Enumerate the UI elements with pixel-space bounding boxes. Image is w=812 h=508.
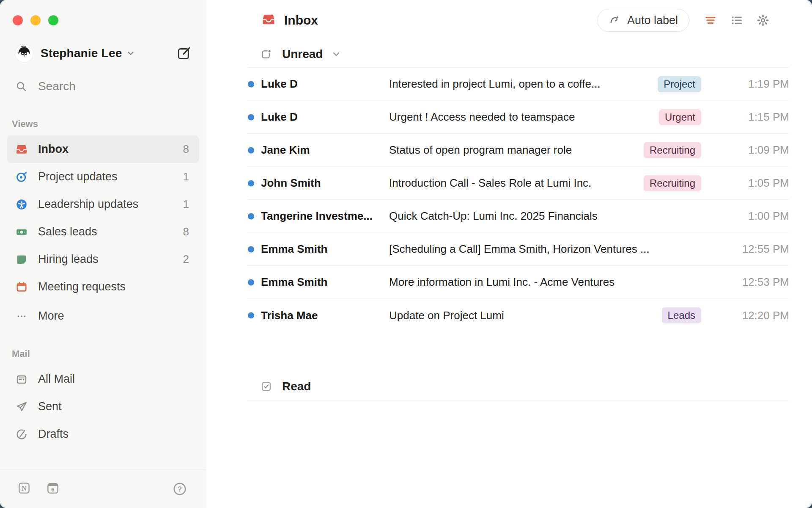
sidebar-item-count: 1: [183, 170, 189, 183]
sidebar-item-project-updates[interactable]: Project updates 1: [7, 163, 199, 190]
email-row[interactable]: Tangerine Investme... Quick Catch-Up: Lu…: [248, 200, 789, 233]
search-icon: [15, 80, 27, 92]
sidebar-item-label: Drafts: [38, 428, 69, 441]
compose-icon[interactable]: [176, 46, 192, 61]
auto-label-text: Auto label: [627, 14, 678, 27]
email-subject: Interested in project Lumi, open to a co…: [389, 77, 658, 91]
sidebar-item-count: 8: [183, 225, 189, 238]
email-sender: Trisha Mae: [261, 309, 389, 322]
search-label: Search: [38, 80, 76, 93]
unread-section-header[interactable]: Unread: [248, 41, 789, 68]
sidebar-item-meeting-requests[interactable]: Meeting requests: [7, 273, 199, 301]
email-row[interactable]: Luke D Interested in project Lumi, open …: [248, 68, 789, 101]
views-section-label: Views: [0, 119, 206, 130]
svg-text:N: N: [22, 484, 27, 492]
unread-dot: [248, 114, 254, 120]
email-time: 1:15 PM: [709, 110, 789, 124]
email-row[interactable]: John Smith Introduction Call - Sales Rol…: [248, 167, 789, 200]
minimize-button[interactable]: [30, 15, 41, 25]
email-label-badge[interactable]: Project: [658, 76, 701, 92]
email-sender: Tangerine Investme...: [261, 210, 389, 223]
list-view-icon[interactable]: [730, 14, 743, 27]
search-button[interactable]: Search: [0, 78, 206, 95]
banknote-icon: [15, 226, 28, 238]
email-row[interactable]: Luke D Urgent ! Access needed to teamspa…: [248, 101, 789, 134]
email-sender: Luke D: [261, 110, 389, 124]
email-row[interactable]: Emma Smith More information in Lumi Inc.…: [248, 266, 789, 299]
email-sender: Emma Smith: [261, 276, 389, 289]
email-sender: Emma Smith: [261, 243, 389, 256]
email-subject: Quick Catch-Up: Lumi Inc. 2025 Financial…: [389, 210, 709, 223]
sidebar-item-label: All Mail: [38, 373, 75, 386]
unread-section-label: Unread: [282, 47, 323, 61]
mail-nav: All Mail Sent: [0, 365, 206, 448]
sidebar-item-drafts[interactable]: Drafts: [7, 420, 199, 448]
send-icon: [15, 400, 28, 413]
email-sender: Jane Kim: [261, 144, 389, 157]
email-row[interactable]: Trisha Mae Update on Project Lumi Leads …: [248, 299, 789, 332]
unread-status-icon: [260, 48, 272, 60]
calendar-app-icon[interactable]: 6: [46, 481, 60, 497]
svg-text:?: ?: [178, 485, 182, 493]
sidebar-item-label: More: [38, 309, 64, 323]
email-subject: Introduction Call - Sales Role at Lumi I…: [389, 177, 644, 190]
target-icon: [15, 171, 28, 183]
email-subject: Urgent ! Access needed to teamspace: [389, 110, 659, 124]
unread-dot: [248, 279, 254, 285]
unread-dot: [248, 81, 254, 87]
email-label-badge[interactable]: Leads: [662, 307, 701, 323]
read-section-header[interactable]: Read: [248, 373, 789, 400]
chevron-down-icon: [331, 49, 341, 59]
sidebar-item-sent[interactable]: Sent: [7, 393, 199, 420]
email-sender: John Smith: [261, 177, 389, 190]
email-label-badge[interactable]: Recruiting: [644, 142, 701, 158]
app-window: Stephanie Lee Search Views: [0, 0, 812, 508]
sidebar-item-more[interactable]: More: [7, 302, 199, 330]
sidebar-item-label: Inbox: [38, 143, 69, 156]
sidebar-item-sales-leads[interactable]: Sales leads 8: [7, 218, 199, 246]
close-button[interactable]: [13, 15, 23, 25]
sidebar-item-leadership-updates[interactable]: Leadership updates 1: [7, 190, 199, 218]
email-row[interactable]: Emma Smith [Scheduling a Call] Emma Smit…: [248, 233, 789, 266]
mail-section-label: Mail: [0, 348, 206, 359]
notion-logo-icon[interactable]: N: [17, 481, 31, 497]
gear-icon[interactable]: [756, 14, 770, 27]
email-sender: Luke D: [261, 77, 389, 91]
note-icon: [15, 253, 28, 266]
page-title: Inbox: [284, 13, 318, 28]
auto-label-wand-icon: [609, 14, 621, 27]
unread-dot: [248, 180, 254, 186]
main-header: Inbox Auto label: [206, 0, 812, 41]
sidebar-item-inbox[interactable]: Inbox 8: [7, 135, 199, 163]
email-time: 1:00 PM: [709, 210, 789, 223]
account-switcher[interactable]: Stephanie Lee: [0, 43, 206, 64]
zoom-button[interactable]: [48, 15, 58, 25]
sidebar-item-count: 8: [183, 143, 189, 156]
sidebar-item-count: 2: [183, 253, 189, 266]
unread-dot: [248, 147, 254, 153]
avatar: [15, 44, 33, 62]
email-subject: Update on Project Lumi: [389, 309, 662, 322]
auto-label-button[interactable]: Auto label: [597, 9, 689, 32]
email-time: 1:19 PM: [709, 77, 789, 91]
email-subject: Status of open program manager role: [389, 144, 644, 157]
main-panel: Inbox Auto label: [206, 0, 812, 508]
sidebar-item-label: Sent: [38, 400, 62, 413]
sidebar-item-all-mail[interactable]: All Mail: [7, 365, 199, 393]
email-time: 12:20 PM: [709, 309, 789, 322]
email-label-badge[interactable]: Recruiting: [644, 175, 701, 191]
email-time: 12:53 PM: [709, 276, 789, 289]
email-time: 1:05 PM: [709, 177, 789, 190]
email-list: Luke D Interested in project Lumi, open …: [248, 68, 789, 332]
help-icon[interactable]: ?: [172, 481, 187, 497]
unread-dot: [248, 312, 254, 319]
sidebar-item-label: Meeting requests: [38, 280, 126, 293]
all-mail-icon: [15, 373, 28, 386]
filter-icon[interactable]: [704, 14, 717, 27]
email-label-badge[interactable]: Urgent: [659, 109, 701, 125]
sidebar-item-hiring-leads[interactable]: Hiring leads 2: [7, 246, 199, 273]
email-row[interactable]: Jane Kim Status of open program manager …: [248, 134, 789, 167]
sidebar-item-label: Hiring leads: [38, 253, 99, 266]
email-subject: [Scheduling a Call] Emma Smith, Horizon …: [389, 243, 709, 256]
sidebar-footer: N 6 ?: [0, 469, 206, 508]
